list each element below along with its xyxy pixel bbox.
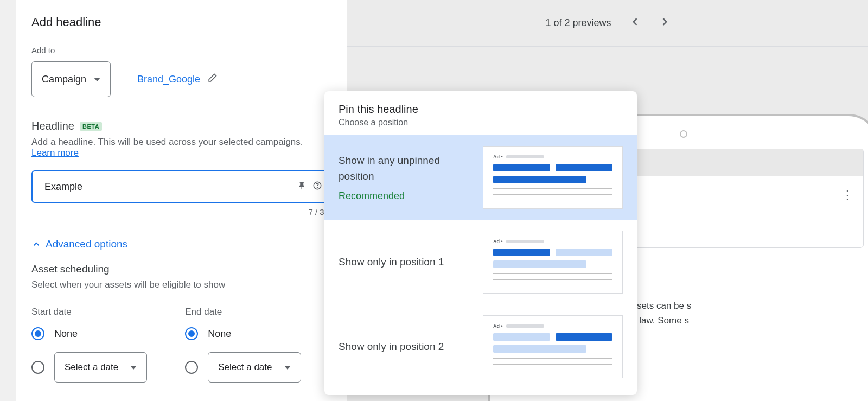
pin-option-label: Show only in position 1 [339,254,444,270]
advanced-options-label: Advanced options [46,238,127,250]
asset-scheduling-title: Asset scheduling [31,263,332,275]
end-select-radio[interactable] [185,361,198,374]
pin-option-pos1[interactable]: Show only in position 1 Ad • [324,220,637,304]
headline-input-container [31,170,332,203]
pin-option-thumb: Ad • [483,231,623,294]
beta-badge: BETA [80,122,102,131]
start-none-radio[interactable] [31,327,44,340]
char-count: 7 / 30 [31,207,332,217]
headline-desc: Add a headline. This will be used across… [31,137,332,148]
preview-count: 1 of 2 previews [545,17,611,29]
end-none-label: None [208,328,231,340]
add-to-select-label: Campaign [42,74,86,85]
start-date-picker[interactable]: Select a date [54,352,147,383]
end-date-label: End date [185,307,301,317]
divider [124,70,124,88]
chevron-down-icon [130,366,137,370]
headline-learn-more-link[interactable]: Learn more [31,148,79,158]
add-to-select[interactable]: Campaign [31,61,111,97]
add-to-label: Add to [31,46,332,55]
chevron-down-icon [284,366,291,370]
start-date-label: Start date [31,307,147,317]
headline-section-label: Headline [31,120,74,132]
start-select-radio[interactable] [31,361,44,374]
pin-option-label: Show only in position 2 [339,339,444,355]
start-date-column: Start date None Select a date [31,307,147,394]
pin-option-thumb: Ad • [483,146,623,209]
end-none-radio[interactable] [185,327,198,340]
popup-title: Pin this headline [339,103,623,116]
svg-point-1 [317,187,318,188]
preview-next-button[interactable] [659,16,670,30]
pin-option-any[interactable]: Show in any unpinned position Recommende… [324,135,637,220]
pin-option-pos2[interactable]: Show only in position 2 Ad • [324,304,637,389]
advanced-options-toggle[interactable]: Advanced options [31,238,332,250]
chevron-up-icon [31,239,41,249]
pencil-icon[interactable] [207,73,218,86]
add-headline-panel: Add headline Add to Campaign Brand_Googl… [16,0,347,401]
popup-subtitle: Choose a position [339,118,623,128]
start-none-label: None [54,328,78,340]
end-date-picker-label: Select a date [218,362,272,373]
end-date-column: End date None Select a date [185,307,301,394]
pin-option-label: Show in any unpinned position [339,153,469,184]
more-icon[interactable]: ⋮ [841,188,853,202]
asset-scheduling-desc: Select when your assets will be eligible… [31,279,332,290]
pin-icon[interactable] [297,181,307,193]
chevron-down-icon [94,78,100,81]
start-date-picker-label: Select a date [65,362,118,373]
preview-prev-button[interactable] [630,16,641,30]
recommended-badge: Recommended [339,190,469,202]
headline-input[interactable] [44,181,292,193]
page-title: Add headline [31,15,332,29]
end-date-picker[interactable]: Select a date [208,352,301,383]
help-icon[interactable] [312,181,322,193]
phone-camera-icon [680,130,687,138]
pin-headline-popup: Pin this headline Choose a position Show… [324,91,637,395]
pin-option-thumb: Ad • [483,315,623,378]
brand-link[interactable]: Brand_Google [137,74,200,85]
preview-bar: 1 of 2 previews [347,0,868,47]
